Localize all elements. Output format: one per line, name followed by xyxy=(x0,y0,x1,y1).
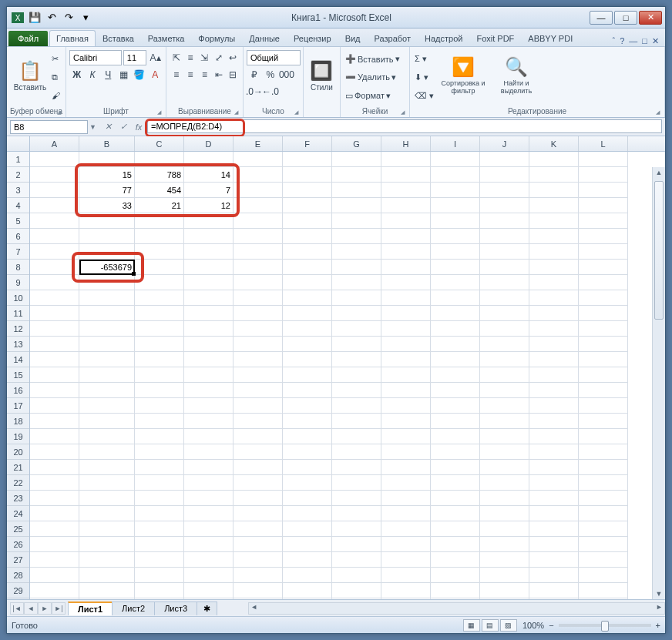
cell-B5[interactable] xyxy=(79,213,135,229)
cell-I19[interactable] xyxy=(431,429,480,444)
delete-cells-button[interactable]: ➖Удалить ▾ xyxy=(345,69,405,85)
cell-L8[interactable] xyxy=(579,260,628,275)
cancel-formula-icon[interactable]: ✕ xyxy=(101,122,115,132)
row-header-20[interactable]: 20 xyxy=(7,444,29,460)
cell-G14[interactable] xyxy=(332,352,381,367)
paste-button[interactable]: 📋 Вставить xyxy=(10,49,50,102)
cell-B30[interactable] xyxy=(79,598,135,599)
cell-C15[interactable] xyxy=(135,367,184,383)
cell-F1[interactable] xyxy=(283,152,332,167)
cell-B4[interactable]: 33 xyxy=(79,198,135,213)
cell-F13[interactable] xyxy=(283,337,332,352)
cell-K30[interactable] xyxy=(529,598,579,599)
cell-F5[interactable] xyxy=(283,213,332,229)
col-header-A[interactable]: A xyxy=(30,136,79,151)
cell-G16[interactable] xyxy=(332,383,381,398)
cell-F17[interactable] xyxy=(283,398,332,414)
cell-B2[interactable]: 15 xyxy=(79,167,135,183)
cell-H18[interactable] xyxy=(381,414,431,429)
cell-A2[interactable] xyxy=(30,167,79,183)
ribbon-tab-9[interactable]: Foxit PDF xyxy=(469,30,521,46)
view-pagebreak-icon[interactable]: ▧ xyxy=(500,619,517,632)
cell-D3[interactable]: 7 xyxy=(184,183,234,198)
cell-G10[interactable] xyxy=(332,290,381,306)
cell-L29[interactable] xyxy=(579,583,628,598)
italic-button[interactable]: К xyxy=(85,67,99,82)
cell-D4[interactable]: 12 xyxy=(184,198,234,213)
row-header-24[interactable]: 24 xyxy=(7,506,29,521)
cell-L5[interactable] xyxy=(579,213,628,229)
cell-I17[interactable] xyxy=(431,398,480,414)
cell-L14[interactable] xyxy=(579,352,628,367)
cell-L25[interactable] xyxy=(579,521,628,537)
cell-K7[interactable] xyxy=(529,244,579,260)
cell-J3[interactable] xyxy=(480,183,529,198)
autosum-button[interactable]: Σ ▾ xyxy=(415,52,434,67)
cell-G9[interactable] xyxy=(332,275,381,290)
col-header-J[interactable]: J xyxy=(480,136,529,151)
cell-J7[interactable] xyxy=(480,244,529,260)
fx-icon[interactable]: fx xyxy=(132,122,146,132)
cell-E4[interactable] xyxy=(234,198,283,213)
cell-H10[interactable] xyxy=(381,290,431,306)
cell-G19[interactable] xyxy=(332,429,381,444)
format-cells-button[interactable]: ▭Формат ▾ xyxy=(345,88,405,103)
cell-L13[interactable] xyxy=(579,337,628,352)
cell-C18[interactable] xyxy=(135,414,184,429)
sheet-tab-1[interactable]: Лист2 xyxy=(112,601,155,615)
row-header-30[interactable]: 30 xyxy=(7,598,29,599)
cell-G26[interactable] xyxy=(332,537,381,552)
cell-J14[interactable] xyxy=(480,352,529,367)
cell-L1[interactable] xyxy=(579,152,628,167)
row-header-2[interactable]: 2 xyxy=(7,167,29,183)
cell-J16[interactable] xyxy=(480,383,529,398)
cell-K14[interactable] xyxy=(529,352,579,367)
cell-A15[interactable] xyxy=(30,367,79,383)
cell-E1[interactable] xyxy=(234,152,283,167)
cell-B8[interactable]: -653679 xyxy=(79,260,135,275)
row-header-26[interactable]: 26 xyxy=(7,537,29,552)
cell-I22[interactable] xyxy=(431,475,480,491)
cell-H8[interactable] xyxy=(381,260,431,275)
align-left-icon[interactable]: ≡ xyxy=(170,67,183,82)
minimize-button[interactable]: — xyxy=(590,11,613,25)
cell-C22[interactable] xyxy=(135,475,184,491)
number-format-combo[interactable]: Общий xyxy=(247,50,301,65)
row-header-25[interactable]: 25 xyxy=(7,521,29,537)
fill-button[interactable]: ⬇ ▾ xyxy=(415,69,434,85)
cell-J29[interactable] xyxy=(480,583,529,598)
cell-G12[interactable] xyxy=(332,321,381,337)
enter-formula-icon[interactable]: ✓ xyxy=(116,122,130,132)
cell-C5[interactable] xyxy=(135,213,184,229)
align-top-icon[interactable]: ⇱ xyxy=(170,50,183,65)
cell-I1[interactable] xyxy=(431,152,480,167)
cell-K8[interactable] xyxy=(529,260,579,275)
cell-A4[interactable] xyxy=(30,198,79,213)
ribbon-tab-6[interactable]: Вид xyxy=(338,30,368,46)
cell-D29[interactable] xyxy=(184,583,234,598)
cell-K6[interactable] xyxy=(529,229,579,244)
cell-B20[interactable] xyxy=(79,444,135,460)
row-header-28[interactable]: 28 xyxy=(7,568,29,583)
cell-G4[interactable] xyxy=(332,198,381,213)
minimize-ribbon-icon[interactable]: ˆ xyxy=(613,36,616,46)
cell-I13[interactable] xyxy=(431,337,480,352)
cell-C23[interactable] xyxy=(135,491,184,506)
ribbon-tab-7[interactable]: Разработ xyxy=(368,30,418,46)
cell-F22[interactable] xyxy=(283,475,332,491)
cell-I2[interactable] xyxy=(431,167,480,183)
cell-H16[interactable] xyxy=(381,383,431,398)
col-header-L[interactable]: L xyxy=(579,136,628,151)
cell-I4[interactable] xyxy=(431,198,480,213)
cell-J17[interactable] xyxy=(480,398,529,414)
cell-D22[interactable] xyxy=(184,475,234,491)
cell-G11[interactable] xyxy=(332,306,381,321)
cell-C19[interactable] xyxy=(135,429,184,444)
col-header-K[interactable]: K xyxy=(529,136,579,151)
cell-B1[interactable] xyxy=(79,152,135,167)
cell-E19[interactable] xyxy=(234,429,283,444)
cell-F8[interactable] xyxy=(283,260,332,275)
zoom-value[interactable]: 100% xyxy=(522,621,544,630)
cell-H6[interactable] xyxy=(381,229,431,244)
cell-K16[interactable] xyxy=(529,383,579,398)
